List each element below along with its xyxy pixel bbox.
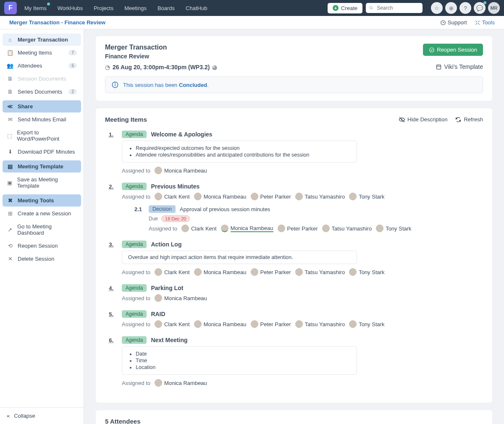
search-icon bbox=[369, 5, 373, 10]
support-link[interactable]: Support bbox=[440, 19, 467, 26]
sidebar-item-series-docs[interactable]: 🗎 Series Documents 2 bbox=[3, 86, 81, 98]
search-input[interactable] bbox=[376, 5, 419, 11]
assignee[interactable]: Monica Rambeau bbox=[155, 379, 207, 387]
assignee[interactable]: Monica Rambeau bbox=[155, 167, 207, 174]
sidebar-item-session-docs: 🗎 Session Documents bbox=[3, 73, 81, 85]
sidebar-item-label: Save as Meeting Template bbox=[17, 176, 77, 189]
content-area: Merger Transaction Finance Review ◔ 26 A… bbox=[84, 29, 504, 424]
nav-chathub[interactable]: ChatHub bbox=[186, 5, 207, 11]
sidebar-section-tools[interactable]: ✖ Meeting Tools bbox=[3, 194, 81, 207]
assignee[interactable]: Tony Stark bbox=[349, 268, 384, 276]
avatar-icon bbox=[155, 379, 162, 387]
sidebar-section-template[interactable]: ▤ Meeting Template bbox=[3, 160, 81, 173]
assignee[interactable]: Clark Kent bbox=[155, 320, 190, 328]
item-title[interactable]: Welcome & Apologies bbox=[151, 131, 212, 138]
doc-icon: 🗎 bbox=[7, 76, 13, 82]
help-icon[interactable]: ? bbox=[459, 2, 471, 14]
assignee[interactable]: Peter Parker bbox=[278, 225, 318, 232]
meeting-item: 5.AgendaRAIDAssigned toClark KentMonica … bbox=[105, 310, 483, 328]
count-badge: 5 bbox=[68, 63, 77, 68]
avatar-icon bbox=[155, 193, 162, 200]
assignee[interactable]: Clark Kent bbox=[181, 225, 217, 232]
star-icon[interactable]: ☆ bbox=[431, 2, 443, 14]
assignee[interactable]: Clark Kent bbox=[155, 268, 190, 276]
nav-meetings[interactable]: Meetings bbox=[124, 5, 147, 11]
app-logo[interactable]: F bbox=[4, 2, 17, 14]
assignee[interactable]: Monica Rambeau bbox=[221, 225, 273, 232]
chat-icon[interactable]: 💬 bbox=[474, 2, 486, 14]
tools-link[interactable]: Tools bbox=[475, 19, 495, 26]
item-title[interactable]: Action Log bbox=[151, 241, 181, 248]
refresh-label: Refresh bbox=[464, 116, 483, 123]
chevron-left-icon: « bbox=[7, 413, 10, 419]
nav-projects[interactable]: Projects bbox=[94, 5, 113, 11]
sidebar-item-meeting-items[interactable]: 📋 Meeting Items 7 bbox=[3, 47, 81, 59]
clock-back-icon[interactable]: ◔ bbox=[105, 64, 110, 71]
sidebar-item-reopen[interactable]: ⟲ Reopen Session bbox=[3, 240, 81, 252]
assignee[interactable]: Tony Stark bbox=[349, 193, 384, 200]
assignee[interactable]: Tatsu Yamashiro bbox=[322, 225, 372, 232]
sidebar-item-send-minutes[interactable]: ✉ Send Minutes Email bbox=[3, 113, 81, 126]
sidebar-section-share[interactable]: ≪ Share bbox=[3, 100, 81, 113]
collapse-button[interactable]: « Collapse bbox=[0, 407, 84, 424]
template-link[interactable]: Viki's Template bbox=[436, 63, 483, 70]
assignee[interactable]: Tatsu Yamashiro bbox=[295, 268, 345, 276]
assigned-label: Assigned to bbox=[122, 168, 150, 174]
svg-point-0 bbox=[370, 6, 372, 9]
sidebar-item-download-pdf[interactable]: ⬇ Download PDF Minutes bbox=[3, 146, 81, 158]
item-title[interactable]: RAID bbox=[151, 311, 165, 317]
assignee[interactable]: Peter Parker bbox=[251, 268, 291, 276]
item-title[interactable]: Previous Minutes bbox=[151, 183, 200, 190]
x-icon: ✕ bbox=[7, 256, 13, 262]
subitem-title[interactable]: Approval of previous session minutes bbox=[180, 206, 270, 212]
avatar-icon bbox=[155, 294, 162, 302]
agenda-tag: Agenda bbox=[122, 183, 147, 190]
sidebar-item-dashboard[interactable]: ↗ Go to Meeting Dashboard bbox=[3, 220, 81, 239]
nav-label: My Items bbox=[24, 5, 47, 11]
nav-my-items[interactable]: My Items bbox=[24, 5, 47, 11]
breadcrumb[interactable]: Merger Transaction - Finance Review bbox=[9, 19, 105, 26]
assignee-name: Tatsu Yamashiro bbox=[305, 269, 345, 275]
sidebar-item-merger[interactable]: ⌂ Merger Transaction bbox=[3, 34, 81, 46]
assignee[interactable]: Monica Rambeau bbox=[194, 193, 247, 200]
avatar-icon bbox=[194, 320, 202, 328]
info-icon bbox=[111, 81, 119, 89]
assignee[interactable]: Peter Parker bbox=[251, 320, 291, 328]
assignee[interactable]: Peter Parker bbox=[251, 193, 291, 200]
assignee[interactable]: Monica Rambeau bbox=[155, 294, 207, 302]
svg-line-1 bbox=[372, 8, 373, 9]
sidebar-item-attendees[interactable]: 👥 Attendees 5 bbox=[3, 60, 81, 72]
hide-description-button[interactable]: Hide Description bbox=[399, 116, 447, 123]
assignee[interactable]: Tatsu Yamashiro bbox=[295, 320, 345, 328]
sidebar-item-delete[interactable]: ✕ Delete Session bbox=[3, 253, 81, 265]
user-avatar[interactable]: MR bbox=[488, 2, 500, 14]
sidebar-item-new-session[interactable]: ⊞ Create a new Session bbox=[3, 207, 81, 220]
assignee[interactable]: Monica Rambeau bbox=[194, 320, 247, 328]
create-button[interactable]: + Create bbox=[328, 3, 362, 13]
item-title[interactable]: Parking Lot bbox=[151, 285, 183, 291]
item-number: 1. bbox=[105, 131, 113, 174]
assignee[interactable]: Monica Rambeau bbox=[194, 268, 247, 276]
refresh-button[interactable]: Refresh bbox=[455, 116, 483, 123]
assigned-label: Assigned to bbox=[149, 225, 177, 232]
assignee[interactable]: Tony Stark bbox=[349, 320, 384, 328]
sidebar-item-save-template[interactable]: ▣ Save as Meeting Template bbox=[3, 173, 81, 192]
svg-point-8 bbox=[115, 83, 116, 84]
support-icon bbox=[440, 20, 446, 26]
reopen-session-button[interactable]: Reopen Session bbox=[423, 44, 483, 56]
assignee[interactable]: Tatsu Yamashiro bbox=[295, 193, 345, 200]
assignee-name: Tatsu Yamashiro bbox=[332, 225, 372, 232]
avatar-icon bbox=[155, 320, 162, 328]
nav-boards[interactable]: Boards bbox=[158, 5, 175, 11]
add-item-icon[interactable]: ⊕ bbox=[445, 2, 457, 14]
item-body: AgendaPrevious MinutesAssigned toClark K… bbox=[122, 183, 483, 232]
item-title[interactable]: Next Meeting bbox=[151, 337, 187, 343]
item-number: 5. bbox=[105, 310, 113, 328]
nav-workhubs[interactable]: WorkHubs bbox=[58, 5, 83, 11]
assignee[interactable]: Tony Stark bbox=[376, 225, 411, 232]
clock-forward-icon[interactable]: ◕ bbox=[212, 64, 217, 71]
search-box[interactable] bbox=[366, 3, 423, 13]
agenda-tag: Agenda bbox=[122, 284, 147, 292]
sidebar-item-export[interactable]: ⬚ Export to Word/PowerPoint bbox=[3, 126, 81, 145]
assignee[interactable]: Clark Kent bbox=[155, 193, 190, 200]
